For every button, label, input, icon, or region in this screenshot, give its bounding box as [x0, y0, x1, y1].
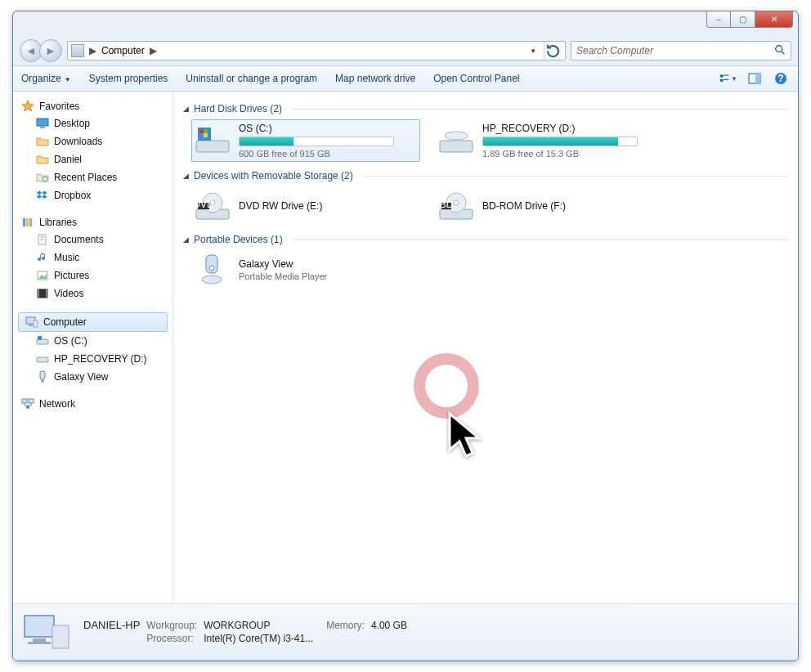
computer-large-icon — [21, 611, 72, 653]
bd-drive-icon: BD — [438, 190, 474, 222]
divider — [363, 176, 788, 177]
refresh-button[interactable] — [544, 42, 562, 60]
details-workgroup-label: Workgroup: — [146, 620, 197, 631]
drive-tile-dvd[interactable]: DVD DVD RW Drive (E:) — [191, 186, 420, 226]
sidebar-item-downloads[interactable]: Downloads — [13, 132, 173, 150]
svg-rect-2 — [720, 74, 724, 77]
sidebar-item-os-drive[interactable]: OS (C:) — [13, 332, 173, 350]
help-button[interactable]: ? — [772, 69, 790, 87]
svg-rect-59 — [28, 642, 51, 644]
sidebar-item-galaxy-view[interactable]: Galaxy View — [13, 368, 173, 386]
pictures-icon — [36, 269, 49, 282]
sidebar-item-pictures[interactable]: Pictures — [13, 267, 173, 284]
sidebar-item-label: Music — [54, 252, 79, 263]
music-icon — [36, 251, 49, 264]
address-bar[interactable]: ▶ Computer ▶ ▾ — [67, 41, 566, 60]
hdd-icon — [195, 124, 231, 157]
preview-pane-button[interactable] — [746, 69, 764, 87]
group-title: Portable Devices (1) — [194, 234, 283, 245]
drive-tile-galaxy-view[interactable]: Galaxy View Portable Media Player — [191, 250, 420, 289]
nav-row: ◄ ► ▶ Computer ▶ ▾ Search Computer — [13, 36, 798, 65]
sidebar-item-desktop[interactable]: Desktop — [13, 114, 173, 132]
svg-rect-33 — [22, 399, 27, 403]
view-options-button[interactable]: ▼ — [719, 69, 737, 87]
map-network-drive-button[interactable]: Map network drive — [335, 73, 415, 84]
collapse-icon[interactable]: ◢ — [183, 105, 189, 113]
svg-rect-31 — [40, 371, 45, 379]
sidebar-item-music[interactable]: Music — [13, 249, 173, 267]
svg-point-56 — [202, 276, 222, 284]
maximize-button[interactable]: ▢ — [731, 11, 755, 28]
address-dropdown-icon[interactable]: ▾ — [531, 47, 535, 55]
favorites-header[interactable]: Favorites — [13, 98, 173, 114]
svg-rect-27 — [34, 320, 38, 327]
documents-icon — [36, 233, 49, 246]
minimize-button[interactable]: – — [706, 11, 731, 28]
svg-rect-34 — [29, 399, 34, 403]
close-button[interactable]: ✕ — [755, 11, 793, 28]
drive-tile-os[interactable]: OS (C:) 600 GB free of 915 GB — [191, 119, 420, 162]
group-title: Devices with Removable Storage (2) — [194, 170, 353, 181]
organize-menu[interactable]: Organize▼ — [21, 73, 71, 84]
group-header-hdd[interactable]: ◢ Hard Disk Drives (2) — [183, 103, 788, 114]
details-pane: DANIEL-HP Workgroup: WORKGROUP Memory: 4… — [13, 603, 798, 659]
folder-icon — [36, 135, 49, 148]
network-label: Network — [39, 398, 75, 410]
sidebar-item-documents[interactable]: Documents — [13, 231, 173, 249]
forward-button[interactable]: ► — [39, 39, 62, 62]
svg-text:DVD: DVD — [195, 199, 214, 210]
sidebar-item-computer[interactable]: Computer — [18, 312, 168, 332]
search-input[interactable]: Search Computer — [571, 41, 791, 60]
search-icon[interactable] — [774, 44, 786, 58]
libraries-header[interactable]: Libraries — [13, 214, 173, 231]
svg-rect-7 — [755, 74, 760, 83]
group-header-portable[interactable]: ◢ Portable Devices (1) — [183, 234, 788, 245]
breadcrumb-location[interactable]: Computer — [101, 45, 145, 56]
libraries-label: Libraries — [39, 217, 77, 228]
svg-rect-11 — [37, 119, 48, 126]
window-controls: – ▢ ✕ — [706, 11, 793, 28]
dropbox-icon — [36, 189, 49, 202]
computer-icon — [25, 316, 38, 329]
breadcrumb-sep-icon[interactable]: ▶ — [150, 45, 157, 56]
drive-tile-bd[interactable]: BD BD-ROM Drive (F:) — [435, 186, 664, 226]
sidebar-item-hprecovery-drive[interactable]: HP_RECOVERY (D:) — [13, 350, 173, 368]
svg-rect-5 — [724, 79, 728, 80]
collapse-icon[interactable]: ◢ — [183, 172, 189, 180]
drive-title: DVD RW Drive (E:) — [239, 200, 417, 212]
svg-point-35 — [26, 405, 29, 409]
drive-title: BD-ROM Drive (F:) — [482, 200, 661, 212]
svg-rect-3 — [724, 74, 728, 75]
svg-rect-36 — [196, 141, 229, 152]
computer-icon — [71, 44, 84, 57]
svg-rect-24 — [46, 289, 47, 298]
open-control-panel-button[interactable]: Open Control Panel — [433, 73, 519, 84]
device-icon — [36, 370, 49, 383]
svg-line-1 — [782, 51, 785, 54]
sidebar-item-dropbox[interactable]: Dropbox — [13, 186, 173, 204]
details-memory: 4.00 GB — [371, 620, 407, 631]
sidebar-item-daniel[interactable]: Daniel — [13, 150, 173, 168]
titlebar: – ▢ ✕ — [13, 11, 798, 36]
network-header[interactable]: Network — [13, 396, 173, 412]
videos-icon — [36, 287, 49, 300]
libraries-icon — [21, 216, 34, 229]
svg-rect-60 — [52, 625, 69, 648]
uninstall-program-button[interactable]: Uninstall or change a program — [186, 73, 317, 84]
svg-point-55 — [209, 266, 214, 271]
sidebar-item-videos[interactable]: Videos — [13, 284, 173, 302]
sidebar-item-recent[interactable]: Recent Places — [13, 168, 173, 186]
nav-buttons: ◄ ► — [20, 39, 62, 62]
folder-icon — [36, 153, 49, 166]
svg-marker-10 — [22, 101, 34, 111]
dvd-drive-icon: DVD — [195, 190, 231, 222]
svg-rect-38 — [199, 129, 204, 133]
collapse-icon[interactable]: ◢ — [183, 235, 189, 244]
desktop-icon — [36, 117, 49, 130]
group-header-removable[interactable]: ◢ Devices with Removable Storage (2) — [183, 170, 788, 181]
drive-tile-hprecovery[interactable]: HP_RECOVERY (D:) 1.89 GB free of 15.3 GB — [435, 119, 664, 162]
system-properties-button[interactable]: System properties — [89, 73, 168, 84]
capacity-bar — [239, 137, 394, 146]
drive-title: OS (C:) — [239, 123, 417, 134]
capacity-bar — [482, 137, 638, 146]
